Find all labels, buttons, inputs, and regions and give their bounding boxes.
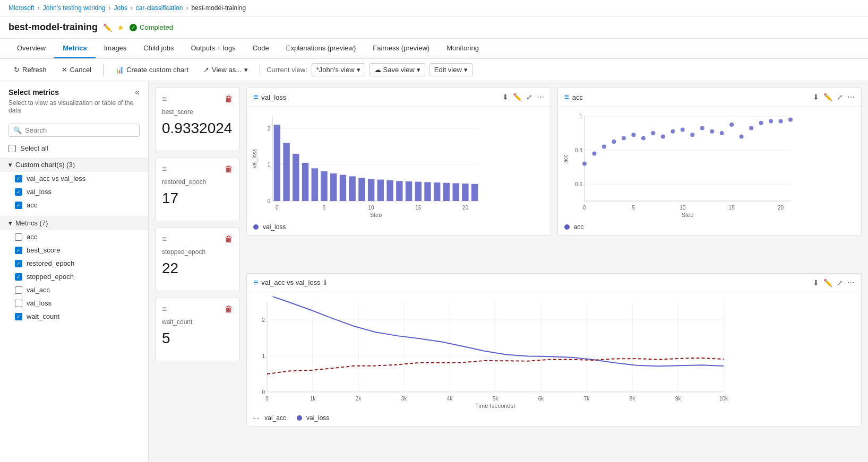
metric-item-2[interactable]: restored_epoch: [0, 257, 148, 270]
view-as-button[interactable]: ↗ View as... ▾: [198, 63, 253, 76]
tab-metrics[interactable]: Metrics: [54, 39, 96, 58]
breadcrumb-jobs[interactable]: Jobs: [114, 4, 127, 12]
expand-icon[interactable]: ⤢: [526, 93, 532, 101]
val-acc-download-icon[interactable]: ⬇: [813, 278, 819, 287]
acc-more-icon[interactable]: ⋯: [847, 93, 855, 101]
custom-chart-item-1[interactable]: val_loss ⋯: [0, 185, 148, 198]
breadcrumb-car-classification[interactable]: car-classification: [136, 4, 183, 12]
tab-monitoring[interactable]: Monitoring: [438, 39, 487, 58]
star-icon[interactable]: ★: [117, 23, 124, 32]
tab-images[interactable]: Images: [96, 39, 135, 58]
val-acc-more-icon[interactable]: ⋯: [847, 278, 855, 287]
metric-checkbox-1[interactable]: [15, 247, 22, 254]
svg-rect-19: [377, 180, 384, 201]
metrics-header[interactable]: ▾ Metrics (7): [0, 216, 148, 230]
custom-chart-checkbox-1[interactable]: [15, 188, 22, 196]
drag-handle-icon-2[interactable]: ≡: [162, 234, 167, 244]
svg-point-45: [582, 162, 587, 166]
metric-item-3[interactable]: stopped_epoch: [0, 270, 148, 283]
acc-chart: ≡ acc ⬇ ✏️ ⤢ ⋯ 0.60.8105101520Stepacc ac…: [557, 88, 862, 236]
metric-item-6[interactable]: wait_count: [0, 310, 148, 323]
val-acc-expand-icon[interactable]: ⤢: [837, 278, 843, 287]
metric-item-4[interactable]: val_acc: [0, 283, 148, 297]
sidebar-header: Select metrics «: [0, 81, 148, 99]
edit-icon[interactable]: ✏️: [103, 23, 112, 32]
download-icon[interactable]: ⬇: [502, 93, 509, 101]
svg-text:0.6: 0.6: [575, 181, 582, 187]
custom-chart-item-2[interactable]: acc ⋯: [0, 198, 148, 212]
metric-card-value-0: 0.9332024: [162, 120, 233, 137]
metric-cards-column: ≡ 🗑 best_score 0.9332024 ≡ 🗑 restored_ep…: [155, 88, 240, 361]
delete-button-2[interactable]: 🗑: [225, 234, 233, 244]
acc-expand-icon[interactable]: ⤢: [837, 93, 843, 101]
metric-checkbox-4[interactable]: [15, 286, 22, 294]
search-input[interactable]: [25, 126, 135, 134]
drag-handle-icon-3[interactable]: ≡: [162, 304, 167, 314]
val-acc-edit-icon[interactable]: ✏️: [823, 278, 832, 287]
search-box[interactable]: 🔍: [8, 124, 140, 137]
metric-item-5[interactable]: val_loss: [0, 297, 148, 310]
edit-view-button[interactable]: Edit view ▾: [429, 63, 472, 76]
custom-chart-checkbox-2[interactable]: [15, 202, 22, 209]
refresh-button[interactable]: ↻ Refresh: [8, 63, 52, 76]
metric-name-1: best_score: [27, 246, 140, 254]
save-view-button[interactable]: ☁ Save view ▾: [369, 63, 425, 76]
delete-button-1[interactable]: 🗑: [225, 164, 233, 174]
acc-download-icon[interactable]: ⬇: [813, 93, 819, 101]
breadcrumb-testing[interactable]: John's testing working: [43, 4, 106, 12]
toolbar-separator-2: [260, 64, 260, 76]
create-chart-button[interactable]: 📊 Create custom chart: [110, 63, 194, 76]
svg-point-58: [710, 129, 714, 134]
metric-checkbox-2[interactable]: [15, 260, 22, 267]
drag-handle-icon[interactable]: ≡: [162, 94, 167, 104]
breadcrumb-microsoft[interactable]: Microsoft: [8, 4, 35, 12]
val-loss-title-text: val_loss: [261, 93, 286, 101]
custom-chart-checkbox-0[interactable]: [15, 175, 22, 182]
content-area: ≡ 🗑 best_score 0.9332024 ≡ 🗑 restored_ep…: [149, 81, 868, 462]
val-acc-loss-chart: ≡ val_acc vs val_loss ℹ ⬇ ✏️ ⤢ ⋯ 01201k2…: [246, 273, 862, 426]
delete-button-0[interactable]: 🗑: [225, 94, 233, 104]
metric-card-name-3: wait_count: [162, 318, 233, 326]
metric-checkbox-3[interactable]: [15, 273, 22, 281]
custom-chart-item-0[interactable]: val_acc vs val_loss ⋯: [0, 172, 148, 185]
metric-item-0[interactable]: acc: [0, 230, 148, 243]
svg-point-48: [612, 140, 616, 144]
drag-handle-icon-1[interactable]: ≡: [162, 164, 167, 174]
current-view-dropdown[interactable]: *John's view ▾: [312, 63, 365, 76]
edit-chart-icon[interactable]: ✏️: [513, 93, 522, 101]
metric-checkbox-0[interactable]: [15, 233, 22, 241]
tab-outputs-logs[interactable]: Outputs + logs: [182, 39, 244, 58]
delete-button-3[interactable]: 🗑: [225, 304, 233, 314]
svg-point-51: [641, 136, 645, 141]
cancel-label: Cancel: [70, 66, 91, 74]
metric-card-name-1: restored_epoch: [162, 178, 233, 186]
custom-charts-header[interactable]: ▾ Custom chart(s) (3): [0, 158, 148, 172]
tab-fairness[interactable]: Fairness (preview): [364, 39, 438, 58]
cancel-icon: ✕: [62, 66, 67, 74]
tab-explanations[interactable]: Explanations (preview): [278, 39, 365, 58]
metric-checkbox-5[interactable]: [15, 300, 22, 307]
metric-checkbox-6[interactable]: [15, 313, 22, 320]
val-acc-loss-header: ≡ val_acc vs val_loss ℹ ⬇ ✏️ ⤢ ⋯: [247, 274, 861, 292]
metrics-label: Metrics (7): [15, 219, 48, 227]
svg-text:acc: acc: [563, 154, 569, 163]
svg-text:2: 2: [267, 126, 270, 132]
tab-overview[interactable]: Overview: [8, 39, 54, 58]
metric-card-name-0: best_score: [162, 108, 233, 116]
svg-rect-15: [340, 175, 346, 201]
select-all-row[interactable]: Select all: [0, 141, 148, 155]
svg-point-59: [719, 131, 724, 135]
svg-point-47: [601, 145, 606, 149]
collapse-sidebar-button[interactable]: «: [135, 88, 140, 97]
more-icon[interactable]: ⋯: [537, 93, 544, 101]
metric-card-value-1: 17: [162, 190, 233, 207]
cloud-icon: ☁: [374, 66, 381, 74]
info-icon[interactable]: ℹ: [324, 278, 326, 286]
cancel-button[interactable]: ✕ Cancel: [56, 63, 97, 76]
tab-child-jobs[interactable]: Child jobs: [135, 39, 182, 58]
acc-edit-icon[interactable]: ✏️: [823, 93, 832, 101]
tab-code[interactable]: Code: [244, 39, 278, 58]
metric-item-1[interactable]: best_score: [0, 243, 148, 257]
svg-rect-29: [471, 184, 478, 201]
select-all-checkbox[interactable]: [8, 145, 16, 152]
